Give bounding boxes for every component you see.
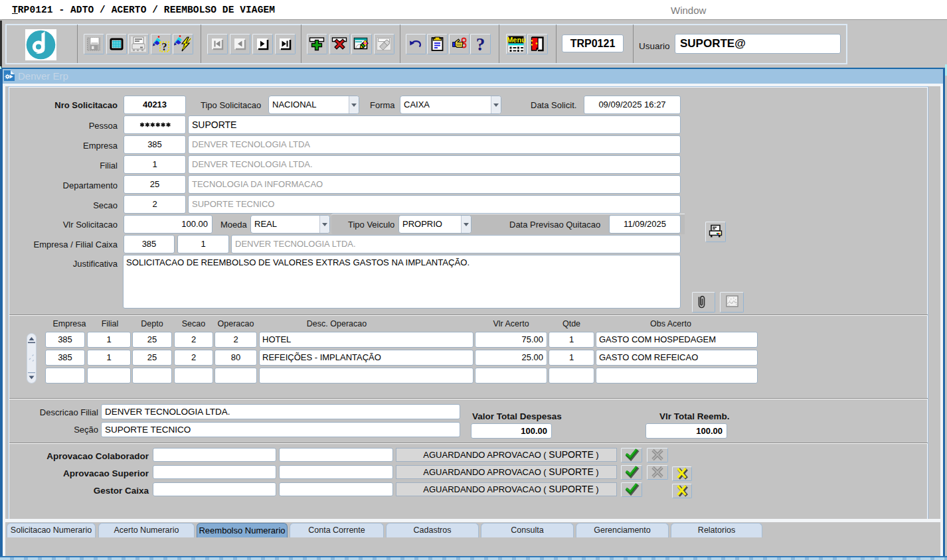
svg-text:?: ? <box>476 35 485 54</box>
svg-text:?: ? <box>162 41 167 52</box>
svg-text:Menu: Menu <box>507 36 526 44</box>
